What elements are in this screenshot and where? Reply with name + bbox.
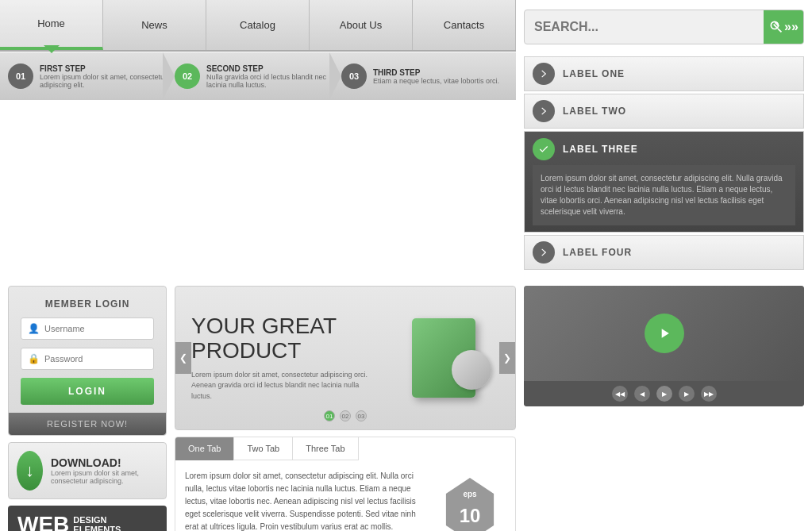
label-four-icon <box>533 241 555 264</box>
tab-headers: One Tab Two Tab Three Tab <box>175 437 515 460</box>
slider-desc: Lorem ipsum dolor sit amet, consectetur … <box>191 370 372 402</box>
slider-heading: YOUR GREAT PRODUCT <box>191 314 372 364</box>
username-input[interactable] <box>44 324 147 333</box>
label-two-icon <box>533 100 555 122</box>
step-3-title: THIRD STEP <box>373 68 499 77</box>
label-three-icon <box>533 138 555 160</box>
password-input[interactable] <box>44 354 147 364</box>
main-nav: Home News Catalog About Us Cantacts <box>0 0 516 52</box>
step-2-number: 02 <box>175 63 200 89</box>
eps-badge: eps 10 <box>442 478 498 531</box>
slider-dot-2[interactable]: 02 <box>340 410 351 421</box>
slider-dots: 01 02 03 <box>324 410 367 421</box>
tabs-area: One Tab Two Tab Three Tab Lorem ipsum do… <box>175 437 516 531</box>
nav-home[interactable]: Home <box>0 0 103 50</box>
slider-dot-1[interactable]: 01 <box>324 410 335 421</box>
tab-two[interactable]: Two Tab <box>234 437 293 460</box>
step-2-title: SECOND STEP <box>206 64 341 73</box>
lock-icon: 🔒 <box>28 353 40 364</box>
play-icon <box>656 325 672 341</box>
step-1-desc: Lorem ipsum dolor sit amet, consectetur … <box>40 73 175 89</box>
label-three-text: LABEL THREE <box>563 144 638 155</box>
search-button[interactable]: »» <box>764 10 803 44</box>
user-icon: 👤 <box>28 323 40 334</box>
search-input[interactable] <box>525 10 764 44</box>
tab-text: Lorem ipsum dolor sit amet, consectetur … <box>185 470 422 531</box>
username-field-wrap: 👤 <box>21 317 154 340</box>
video-player: ◀◀ ◀ ▶ ▶ ▶▶ <box>524 286 804 406</box>
web-design-badge: WEB DESIGN ELEMENTS <box>8 506 167 531</box>
product-slider: ❮ YOUR GREAT PRODUCT Lorem ipsum dolor s… <box>175 286 516 430</box>
download-title: DOWNLOAD! <box>51 456 158 469</box>
step-3: 03 THIRD STEP Etiam a neque lectus, vita… <box>341 63 508 89</box>
video-play-button[interactable] <box>645 314 684 353</box>
step-1-number: 01 <box>8 63 33 89</box>
label-three[interactable]: LABEL THREE Lorem ipsum dolor sit amet, … <box>524 131 804 233</box>
nav-contacts[interactable]: Cantacts <box>413 0 516 50</box>
step-2-desc: Nulla gravida orci id lectus blandit nec… <box>206 73 341 89</box>
tab-one[interactable]: One Tab <box>175 437 234 460</box>
label-two-text: LABEL TWO <box>563 106 626 117</box>
member-login-title: MEMBER LOGIN <box>21 298 154 310</box>
member-login-box: MEMBER LOGIN 👤 🔒 LOGIN REGISTER NOW! <box>8 286 167 436</box>
video-controls: ◀◀ ◀ ▶ ▶ ▶▶ <box>524 381 804 406</box>
label-two[interactable]: LABEL TWO <box>524 94 804 129</box>
search-bar: »» <box>524 10 804 44</box>
slider-dot-3[interactable]: 03 <box>356 410 367 421</box>
step-1-title: FIRST STEP <box>40 64 175 73</box>
nav-news[interactable]: News <box>103 0 206 50</box>
nav-catalog[interactable]: Catalog <box>206 0 310 50</box>
video-prev-button[interactable]: ◀ <box>634 386 650 402</box>
product-disc <box>452 350 491 390</box>
web-big-text: WEB <box>17 512 69 531</box>
eps-label: eps <box>463 488 476 501</box>
chevron-right-icon <box>538 68 549 79</box>
step-3-number: 03 <box>341 63 367 89</box>
slider-product <box>388 302 499 414</box>
label-list: LABEL ONE LABEL TWO LABEL THREE Lo <box>524 56 804 270</box>
slider-next-button[interactable]: ❯ <box>499 342 515 374</box>
step-2: 02 SECOND STEP Nulla gravida orci id lec… <box>175 63 341 89</box>
label-one[interactable]: LABEL ONE <box>524 56 804 91</box>
video-forward-button[interactable]: ▶▶ <box>701 386 717 402</box>
login-button[interactable]: LOGIN <box>21 378 154 405</box>
download-box: ↓ DOWNLOAD! Lorem ipsum dolor sit amet, … <box>8 442 167 499</box>
video-play-ctrl-button[interactable]: ▶ <box>656 386 672 402</box>
web-line2: ELEMENTS <box>73 525 121 531</box>
search-icon <box>768 19 784 35</box>
label-four[interactable]: LABEL FOUR <box>524 235 804 270</box>
chevron-right-icon-2 <box>538 106 549 117</box>
step-1-arrow <box>163 52 175 100</box>
register-button[interactable]: REGISTER NOW! <box>9 413 166 435</box>
step-2-arrow <box>329 52 341 100</box>
nav-about[interactable]: About Us <box>310 0 413 50</box>
video-rewind-button[interactable]: ◀◀ <box>612 386 628 402</box>
label-three-desc: Lorem ipsum dolor sit amet, consectetur … <box>533 165 795 225</box>
step-1: 01 FIRST STEP Lorem ipsum dolor sit amet… <box>8 63 175 89</box>
eps-number: 10 <box>460 501 481 531</box>
tab-three[interactable]: Three Tab <box>293 437 358 460</box>
chevron-right-icon-3 <box>538 247 549 258</box>
steps-bar: 01 FIRST STEP Lorem ipsum dolor sit amet… <box>0 52 516 100</box>
video-screen <box>524 286 804 381</box>
label-one-icon <box>533 63 555 85</box>
tab-content: Lorem ipsum dolor sit amet, consectetur … <box>175 460 515 531</box>
download-icon: ↓ <box>17 451 43 491</box>
password-field-wrap: 🔒 <box>21 348 154 370</box>
web-line1: DESIGN <box>73 515 121 525</box>
video-next-button[interactable]: ▶ <box>679 386 695 402</box>
step-3-desc: Etiam a neque lectus, vitae lobortis orc… <box>373 77 499 85</box>
download-desc: Lorem ipsum dolor sit amet, consectetur … <box>51 469 158 485</box>
check-icon <box>538 144 549 155</box>
label-four-text: LABEL FOUR <box>563 247 632 258</box>
slider-prev-button[interactable]: ❮ <box>175 342 191 374</box>
label-one-text: LABEL ONE <box>563 68 625 79</box>
